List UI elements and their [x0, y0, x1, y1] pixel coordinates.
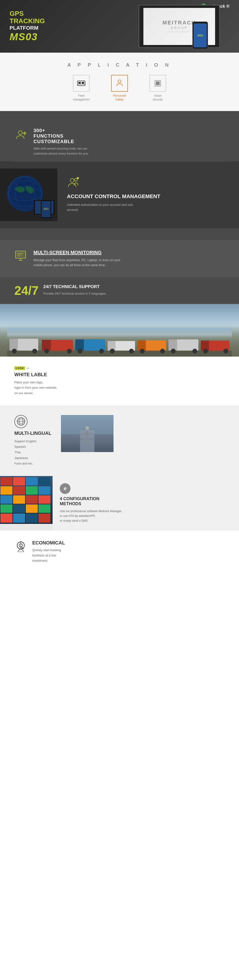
svg-rect-94	[38, 514, 51, 523]
economical-desc: Quickly start trackingbusiness at a lowi…	[32, 547, 65, 563]
hero-gps-label: GPS	[9, 10, 45, 18]
svg-point-52	[171, 349, 176, 353]
svg-point-15	[8, 186, 42, 201]
svg-point-36	[44, 349, 49, 353]
multilingual-content: MULTI-LINGUAL Support English,Spanish,Th…	[14, 415, 51, 466]
account-title: ACCOUNT CONTROL MANAGEMENT	[67, 193, 230, 200]
svg-point-37	[67, 349, 72, 353]
svg-point-48	[140, 349, 145, 353]
container-image-left	[0, 476, 52, 524]
economical-content: ECONOMICAL Quickly start trackingbusines…	[32, 540, 65, 563]
svg-point-57	[223, 349, 228, 353]
svg-point-17	[70, 178, 74, 182]
svg-point-44	[110, 349, 115, 353]
asset-label: Assetsecurity	[153, 94, 163, 102]
svg-point-32	[12, 349, 17, 353]
svg-rect-79	[0, 486, 13, 495]
phone-mockup: MS9	[192, 22, 208, 49]
svg-rect-93	[26, 514, 38, 523]
hero-tracking-label: Tracking	[9, 18, 45, 25]
svg-point-105	[18, 550, 24, 552]
account-content: ACCOUNT CONTROL MANAGEMENT Unlimited aut…	[57, 172, 239, 217]
device-images: MS9 MS9	[0, 169, 57, 221]
svg-point-41	[99, 349, 104, 353]
trucks-svg	[7, 328, 232, 356]
globe-icon	[14, 415, 27, 428]
svg-point-14	[16, 177, 35, 210]
svg-point-69	[85, 426, 89, 430]
config-content: e 4 CONFIGURATIONMETHODS Use our profess…	[52, 476, 239, 531]
functions-title: 300+FUNCTIONSCUSTOMIZABLE	[33, 128, 100, 144]
config-title: 4 CONFIGURATIONMETHODS	[60, 496, 232, 506]
svg-rect-58	[7, 328, 232, 340]
personnel-label: PersonnelSafety	[113, 94, 126, 102]
config-section: e 4 CONFIGURATIONMETHODS Use our profess…	[0, 476, 239, 531]
svg-point-56	[203, 349, 208, 353]
svg-rect-84	[13, 495, 25, 504]
svg-rect-87	[0, 504, 13, 513]
svg-rect-6	[156, 81, 160, 85]
functions-icon	[14, 128, 28, 142]
account-section: MS9 MS9 ACCOUNT CONTRO	[0, 161, 239, 228]
svg-rect-82	[38, 486, 51, 495]
support-desc: Provide 24/7 technical service in 5 lang…	[43, 291, 107, 296]
personnel-icon-box	[111, 75, 128, 92]
svg-rect-1	[78, 82, 81, 84]
hero-model: MS03	[9, 31, 45, 43]
multilingual-title: MULTI-LINGUAL	[14, 431, 51, 436]
functions-row: 300+FUNCTIONSCUSTOMIZABLE With self-owne…	[0, 123, 239, 161]
svg-point-49	[160, 349, 165, 353]
personnel-icon	[115, 79, 124, 88]
svg-point-7	[18, 130, 22, 135]
screen-sub: FEATURES	[169, 31, 190, 33]
svg-rect-86	[38, 495, 51, 504]
economical-icon	[14, 540, 27, 553]
phone-screen: MS9	[193, 24, 207, 48]
logo-arrows-icon: ⇒	[26, 366, 29, 370]
hero-platform-label: Platform	[9, 25, 45, 31]
svg-rect-92	[13, 514, 25, 523]
svg-point-40	[78, 349, 82, 353]
features-section: 300+FUNCTIONSCUSTOMIZABLE With self-owne…	[0, 111, 239, 240]
fleet-icon-box	[73, 75, 90, 92]
svg-point-33	[32, 349, 37, 353]
svg-rect-91	[0, 514, 13, 523]
svg-rect-89	[26, 504, 38, 513]
app-icons-row: Fleetmanagement PersonnelSafety Assetsec…	[14, 75, 225, 102]
asset-icon-box	[149, 75, 166, 92]
support-content: 24/7 TECHNICAL SUPPORT Provide 24/7 tech…	[43, 284, 107, 296]
svg-rect-83	[0, 495, 13, 504]
multilingual-image	[61, 415, 114, 452]
account-desc: Unlimited authorization to your account …	[67, 202, 134, 213]
economical-title: ECONOMICAL	[32, 540, 65, 546]
svg-rect-80	[13, 486, 25, 495]
svg-rect-88	[13, 504, 25, 513]
multilingual-desc: Support English,Spanish,Thai,Japanese,Fa…	[14, 438, 51, 466]
fleet-icon	[77, 79, 85, 88]
app-fleet-item: Fleetmanagement	[69, 75, 93, 102]
svg-point-45	[129, 349, 134, 353]
svg-rect-29	[7, 351, 232, 356]
whitelabel-title: WHITE LABLE	[14, 372, 225, 377]
support-section: 24/7 24/7 TECHNICAL SUPPORT Provide 24/7…	[0, 277, 239, 304]
svg-rect-81	[26, 486, 38, 495]
hero-text: GPS Tracking Platform MS03	[9, 10, 45, 43]
svg-point-18	[74, 178, 78, 181]
svg-rect-25	[19, 260, 22, 261]
multiscreen-section: MULTI-SCREEN MONITORING Manage your flee…	[0, 240, 239, 277]
screen-brand: MEITRACK	[163, 20, 196, 26]
multilingual-section: MULTI-LINGUAL Support English,Spanish,Th…	[0, 406, 239, 476]
multiscreen-title: MULTI-SCREEN MONITORING	[33, 250, 129, 255]
config-desc: Use our professional software Meitrack M…	[60, 509, 232, 523]
functions-desc: With self-owned sourcing code, we can cu…	[33, 146, 100, 156]
svg-rect-78	[38, 477, 51, 485]
multiscreen-icon	[14, 250, 28, 265]
svg-rect-90	[38, 504, 51, 513]
hero-section: G meitrack ® GPS Tracking Platform MS03 …	[0, 0, 239, 52]
app-asset-item: Assetsecurity	[146, 75, 170, 102]
economical-section: ECONOMICAL Quickly start trackingbusines…	[0, 531, 239, 573]
logo-badge: LOGO	[14, 366, 25, 370]
svg-rect-85	[26, 495, 38, 504]
support-title: 24/7 TECHNICAL SUPPORT	[43, 284, 107, 290]
whitelabel-desc: Place your own logo,login in from your o…	[14, 380, 225, 396]
